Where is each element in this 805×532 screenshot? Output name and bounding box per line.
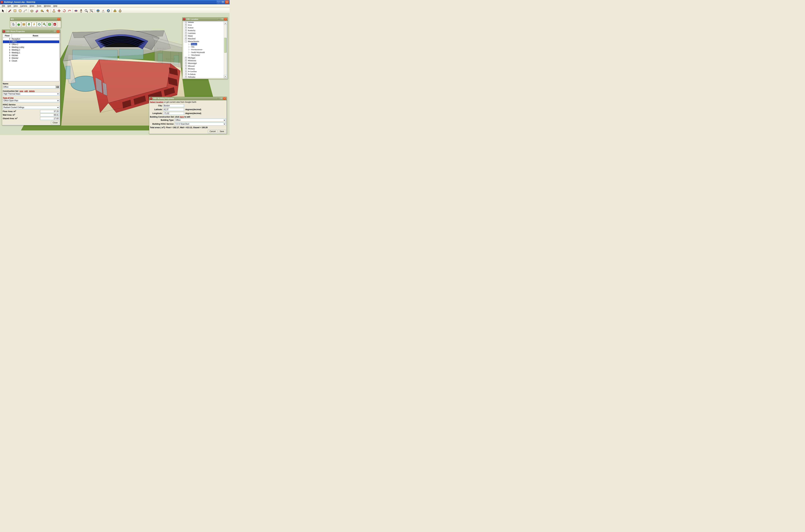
tree-state-label[interactable]: Massachusetts xyxy=(188,40,199,42)
ies-energy-button[interactable] xyxy=(32,22,37,27)
scroll-down-button[interactable]: ▼ xyxy=(224,75,227,78)
room-row[interactable]: 0Office 2 xyxy=(3,43,59,46)
tree-state-label[interactable]: Louisiana xyxy=(188,32,196,34)
eraser-tool[interactable] xyxy=(35,8,39,13)
building-cancel-button[interactable]: Cancel xyxy=(208,130,217,133)
tree-expand-icon[interactable]: + xyxy=(185,76,187,78)
room-name-save-button[interactable] xyxy=(56,85,59,89)
share-model-tool[interactable] xyxy=(113,8,117,13)
tree-state-label[interactable]: N-Carolina xyxy=(188,70,197,73)
tree-expand-icon[interactable]: + xyxy=(185,62,187,64)
tree-city-row[interactable]: Boston xyxy=(188,43,224,45)
tree-state-label[interactable]: Maine xyxy=(188,35,193,37)
type-of-use-select[interactable]: Office Open Plan xyxy=(3,99,59,102)
building-type-select[interactable]: Office xyxy=(175,118,226,122)
select-location-link[interactable]: Select location xyxy=(150,101,164,103)
tree-state-row[interactable]: +N-Dakota xyxy=(185,73,224,76)
rectangle-tool[interactable] xyxy=(13,8,17,13)
building-properties-close-button[interactable]: × xyxy=(223,97,226,100)
tree-expand-icon[interactable]: + xyxy=(185,27,187,29)
tree-expand-icon[interactable]: + xyxy=(185,68,187,70)
tree-city-label[interactable]: Otis xyxy=(191,46,195,48)
building-properties-titlebar[interactable]: <VE> Building Properties _ ❐ × xyxy=(149,97,227,100)
tree-expand-icon[interactable]: + xyxy=(185,57,187,59)
ies-update-button[interactable] xyxy=(37,22,42,27)
tree-state-row[interactable]: +Iowa xyxy=(185,23,224,26)
room-properties-minimize-button[interactable]: _ xyxy=(50,30,53,33)
tree-state-row[interactable]: +Louisiana xyxy=(185,32,224,35)
tree-state-label[interactable]: Minnesota xyxy=(188,59,196,62)
tree-expand-icon[interactable]: + xyxy=(185,32,187,34)
tree-expand-icon[interactable]: + xyxy=(185,71,187,73)
tree-expand-icon[interactable]: + xyxy=(185,65,187,67)
location-tree[interactable]: +Indiana+Iowa+Kansas+Kentucky+Louisiana+… xyxy=(183,22,227,78)
tree-state-row[interactable]: +Montana xyxy=(185,67,224,70)
room-row[interactable]: 1Office xyxy=(3,40,59,43)
hvac-service-select[interactable]: Radiant Cooled Ceilings xyxy=(3,106,59,109)
tree-state-row[interactable]: +Kansas xyxy=(185,26,224,29)
tree-city-row[interactable]: Worchester xyxy=(188,54,224,56)
rotate-tool[interactable] xyxy=(62,8,66,13)
tree-expand-icon[interactable]: + xyxy=(185,73,187,75)
room-row[interactable]: 0Closet xyxy=(3,60,59,62)
tree-state-label[interactable]: Kansas xyxy=(188,26,194,29)
ies-help-button[interactable] xyxy=(47,22,52,27)
location-minimize-button[interactable]: _ xyxy=(217,18,221,20)
tree-state-row[interactable]: +Maryland xyxy=(185,37,224,40)
tree-state-row[interactable]: +Nebraska xyxy=(185,76,224,78)
offset-tool[interactable] xyxy=(67,8,72,13)
glazed-area-value[interactable] xyxy=(40,117,59,120)
tree-state-row[interactable]: +N-Carolina xyxy=(185,70,224,73)
line-tool[interactable] xyxy=(7,8,12,13)
building-properties-panel[interactable]: <VE> Building Properties _ ❐ × Select lo… xyxy=(149,97,227,134)
ies-list-button[interactable] xyxy=(21,22,26,27)
tree-state-label[interactable]: Missouri xyxy=(188,65,195,67)
wall-area-value[interactable] xyxy=(40,114,59,116)
tree-state-label[interactable]: N-Dakota xyxy=(188,73,196,75)
zoom-extents-tool[interactable] xyxy=(89,8,94,13)
room-col-room[interactable]: Room xyxy=(12,34,59,38)
tree-state-label[interactable]: Indiana xyxy=(188,22,194,23)
room-row[interactable]: 0Meeting 2 xyxy=(3,49,59,51)
get-current-view-tool[interactable] xyxy=(96,8,100,13)
ies-logo-button[interactable] xyxy=(52,22,57,27)
paint-bucket-tool[interactable] xyxy=(45,8,50,13)
tree-state-label[interactable]: Nebraska xyxy=(188,76,195,78)
minimize-button[interactable]: _ xyxy=(217,0,221,4)
scroll-up-button[interactable]: ▲ xyxy=(224,22,227,25)
maximize-button[interactable]: ❐ xyxy=(221,0,225,4)
menu-help[interactable]: Help xyxy=(52,4,59,7)
room-properties-maximize-button[interactable]: ❐ xyxy=(53,30,56,33)
room-row[interactable]: 0Kitchen xyxy=(3,54,59,57)
window-titlebar[interactable]: Building1_house1.skp - SketchUp _ ❐ X xyxy=(0,0,230,4)
tree-state-row[interactable]: +Minnesota xyxy=(185,59,224,62)
tree-expand-icon[interactable]: + xyxy=(185,35,187,37)
tree-state-row[interactable]: −Massachusetts xyxy=(185,40,224,43)
type-of-use-label[interactable]: Type of Use xyxy=(3,97,14,99)
ies-toolbar-panel[interactable]: IES × xyxy=(10,17,61,28)
room-row[interactable]: 0Meeting Lobby xyxy=(3,46,59,49)
tree-state-label[interactable]: Iowa xyxy=(188,24,192,26)
tree-expand-icon[interactable]: + xyxy=(185,30,187,32)
tree-state-row[interactable]: +Kentucky xyxy=(185,29,224,32)
tree-city-label[interactable]: Worchester xyxy=(191,54,200,56)
ies-select-button[interactable] xyxy=(26,22,32,27)
longitude-input[interactable] xyxy=(163,112,184,115)
floor-area-value[interactable] xyxy=(40,110,59,113)
tree-state-label[interactable]: Maryland xyxy=(188,38,196,40)
upload-component-tool[interactable] xyxy=(118,8,122,13)
room-properties-close-action-button[interactable]: Close xyxy=(51,121,59,125)
get-models-tool[interactable] xyxy=(106,8,111,13)
room-list[interactable]: 0Reception1Office0Office 20Meeting Lobby… xyxy=(3,38,59,81)
tree-collapse-icon[interactable]: − xyxy=(185,40,187,42)
tape-measure-tool[interactable] xyxy=(40,8,44,13)
tree-state-label[interactable]: Michigan xyxy=(188,57,196,59)
tree-city-row[interactable]: South-Weymouth xyxy=(188,51,224,54)
ies-panel-close-button[interactable]: × xyxy=(57,18,60,20)
arc-tool[interactable] xyxy=(23,8,28,13)
tree-expand-icon[interactable]: + xyxy=(185,60,187,62)
tree-state-row[interactable]: +Mississippi xyxy=(185,62,224,64)
location-scrollbar[interactable]: ▲ ▼ xyxy=(224,22,227,78)
building-properties-minimize-button[interactable]: _ xyxy=(216,97,219,100)
tree-state-row[interactable]: +Maine xyxy=(185,35,224,37)
